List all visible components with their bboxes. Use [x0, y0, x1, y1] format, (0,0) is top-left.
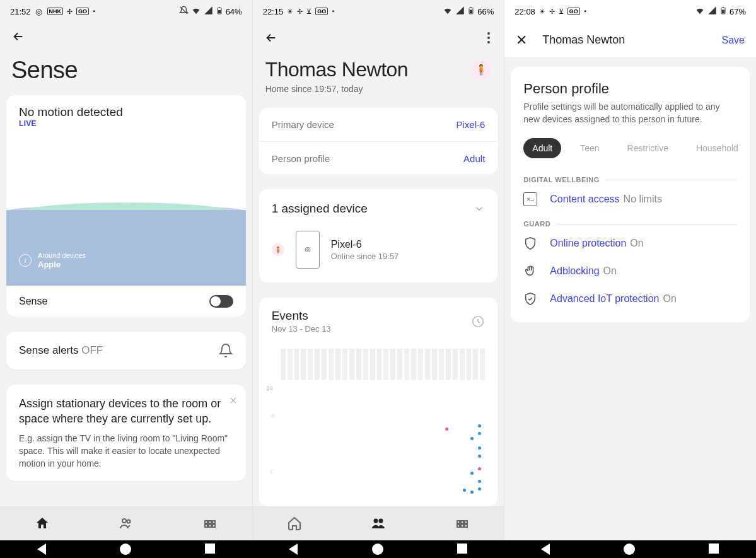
- setting-iot-protection[interactable]: Advanced IoT protectionOn: [523, 292, 737, 306]
- svg-rect-9: [209, 525, 211, 527]
- avatar[interactable]: 🧍: [471, 60, 491, 80]
- status-glyph-icon: ✢: [549, 8, 555, 16]
- moon-icon: ☾: [270, 468, 276, 475]
- content-label: Content access: [550, 194, 619, 204]
- tip-close-button[interactable]: ×: [230, 393, 237, 408]
- svg-rect-20: [461, 521, 463, 523]
- shield-icon: [523, 236, 537, 250]
- device-status: Online since 19:57: [331, 252, 399, 261]
- online-value: On: [630, 238, 643, 248]
- device-item[interactable]: 🧍 Pixel-6 Online since 19:57: [259, 228, 498, 282]
- setting-adblocking[interactable]: AdblockingOn: [523, 264, 737, 278]
- wifi-icon: [191, 6, 201, 18]
- clock-icon[interactable]: [471, 315, 485, 328]
- section-guard: GUARD: [523, 220, 737, 228]
- primary-device-row[interactable]: Primary device Pixel-6: [259, 108, 498, 142]
- chip-teen[interactable]: Teen: [571, 138, 608, 158]
- person-profile-row[interactable]: Person profile Adult: [259, 142, 498, 174]
- sys-recents-button[interactable]: [205, 543, 215, 554]
- battery-icon: [719, 6, 727, 18]
- assigned-title: 1 assigned device: [272, 202, 368, 216]
- status-dot-icon: ·: [584, 8, 586, 15]
- battery-icon: [467, 6, 475, 18]
- sys-recents-button[interactable]: [457, 543, 467, 554]
- info-icon[interactable]: i: [19, 254, 32, 267]
- svg-rect-26: [722, 9, 724, 13]
- around-label: Around devices: [38, 251, 86, 260]
- app-bar: ✕ Thomas Newton Save: [504, 23, 756, 58]
- sys-home-button[interactable]: [372, 543, 383, 555]
- status-badge-icon: GO: [76, 8, 89, 15]
- sys-home-button[interactable]: [624, 543, 635, 555]
- events-chart: 24 ☼ ☾: [272, 349, 486, 506]
- iot-label: Advanced IoT protection: [550, 293, 659, 304]
- person-profile-value: Adult: [463, 153, 485, 164]
- svg-rect-2: [219, 7, 220, 8]
- tip-card: × Assign stationary devices to the room …: [6, 385, 246, 481]
- setting-online-protection[interactable]: Online protectionOn: [523, 236, 737, 250]
- save-button[interactable]: Save: [722, 35, 745, 46]
- sys-back-button[interactable]: [289, 543, 298, 555]
- person-attrs-card: Primary device Pixel-6 Person profile Ad…: [259, 108, 498, 174]
- assigned-devices-card: 1 assigned device 🧍 Pixel-6 Online since…: [259, 189, 498, 282]
- chip-household[interactable]: Household: [687, 138, 747, 158]
- status-dot-icon: ·: [93, 8, 95, 15]
- svg-rect-27: [723, 7, 724, 8]
- phone-icon: [296, 231, 320, 269]
- events-title: Events: [272, 309, 331, 323]
- nhk-icon: NHK: [47, 8, 64, 15]
- battery-pct: 66%: [477, 7, 494, 16]
- sys-home-button[interactable]: [120, 543, 131, 555]
- back-button[interactable]: [11, 28, 29, 45]
- sys-recents-button[interactable]: [709, 543, 719, 554]
- status-check-icon: ⊻: [559, 8, 564, 16]
- svg-rect-12: [470, 9, 472, 13]
- sense-toggle[interactable]: [209, 295, 233, 308]
- nav-home[interactable]: [1, 516, 84, 531]
- svg-rect-24: [465, 525, 467, 527]
- battery-pct: 64%: [226, 7, 242, 16]
- chart-bars: [281, 349, 486, 380]
- close-button[interactable]: ✕: [516, 32, 533, 49]
- svg-point-14: [305, 248, 310, 253]
- motion-wave-chart: i Around devices Apple: [6, 160, 246, 286]
- svg-point-4: [127, 520, 130, 523]
- section-wellbeing: DIGITAL WELLBEING: [523, 176, 737, 183]
- nav-grid[interactable]: [168, 516, 252, 531]
- alerts-label: Sense alerts: [19, 344, 79, 356]
- instagram-icon: ◎: [35, 7, 44, 16]
- chip-adult[interactable]: Adult: [523, 138, 561, 158]
- sys-back-button[interactable]: [541, 543, 550, 555]
- nav-home[interactable]: [253, 516, 336, 531]
- chip-restrictive[interactable]: Restrictive: [619, 138, 677, 158]
- svg-point-18: [378, 519, 383, 523]
- alerts-state: OFF: [81, 344, 103, 356]
- hand-icon: [523, 264, 537, 278]
- content-value: No limits: [624, 194, 662, 204]
- events-range: Nov 13 - Dec 13: [272, 324, 331, 334]
- battery-icon: [216, 6, 223, 18]
- status-time: 22:15: [263, 7, 284, 16]
- menu-button[interactable]: [485, 30, 492, 46]
- back-button[interactable]: [264, 29, 282, 47]
- nav-grid[interactable]: [421, 516, 504, 531]
- motion-title: No motion detected: [19, 105, 233, 119]
- status-glyph-icon: ✢: [297, 8, 303, 16]
- wifi-icon: [695, 6, 705, 18]
- setting-content-access[interactable]: ×– Content accessNo limits: [523, 192, 737, 206]
- svg-point-15: [306, 249, 308, 251]
- status-bar: 22:08 ☀ ✢ ⊻ GO · 67%: [504, 0, 756, 23]
- sys-back-button[interactable]: [37, 543, 46, 555]
- shield-check-icon: [523, 292, 537, 306]
- status-time: 22:08: [515, 7, 535, 16]
- svg-rect-5: [205, 521, 207, 523]
- nav-people[interactable]: [337, 516, 420, 531]
- motion-live-badge: LIVE: [19, 119, 233, 128]
- content-icon: ×–: [523, 192, 537, 206]
- assigned-expand-row[interactable]: 1 assigned device: [259, 189, 498, 228]
- battery-pct: 67%: [730, 7, 746, 16]
- chevron-down-icon: [474, 203, 485, 214]
- nav-people[interactable]: [84, 516, 168, 531]
- around-value: Apple: [38, 260, 86, 270]
- sense-alerts-row[interactable]: Sense alerts OFF: [6, 332, 246, 369]
